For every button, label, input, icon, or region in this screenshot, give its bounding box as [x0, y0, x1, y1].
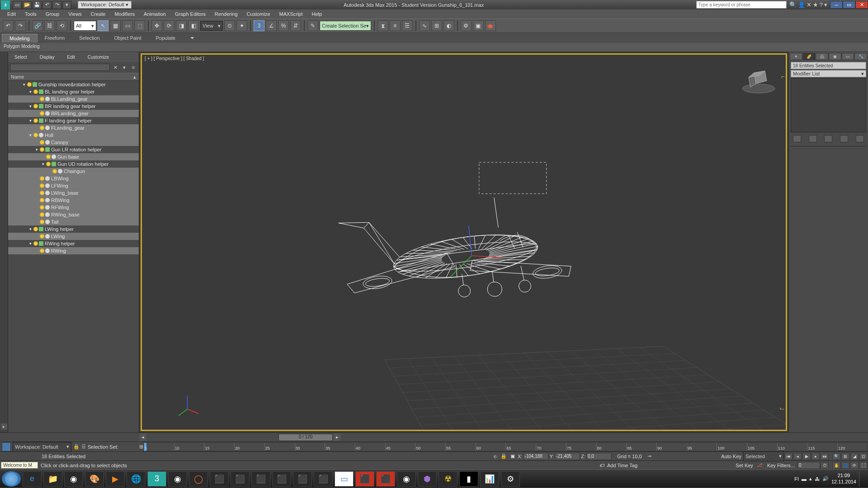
modify-tab-icon[interactable]: 🌈 [803, 53, 816, 60]
tree-row[interactable]: ▾BL landing gear helper [8, 88, 139, 95]
tree-row[interactable]: ▾Gunship move&rotation helper [8, 81, 139, 88]
expand-icon[interactable]: ▾ [28, 104, 33, 108]
menu-graph-editors[interactable]: Graph Editors [170, 10, 210, 18]
redo-button[interactable]: ↷ [15, 20, 26, 31]
isolate-icon[interactable]: ▣ [509, 453, 517, 459]
scene-search-input[interactable] [10, 64, 110, 71]
taskbar-app3-icon[interactable]: ⬛ [210, 471, 229, 487]
redo-icon[interactable]: ↷ [52, 1, 61, 9]
setkey-button[interactable]: Set Key [734, 463, 755, 468]
taskbar-app14-icon[interactable]: 📊 [480, 471, 499, 487]
select-object-button[interactable]: ↖ [98, 20, 108, 31]
open-icon[interactable]: 📂 [23, 1, 32, 9]
rotate-button[interactable]: ⟳ [164, 20, 175, 31]
navorbit-icon[interactable]: ⟳ [850, 462, 859, 469]
ribbon-subpanel[interactable]: Polygon Modeling [0, 43, 868, 52]
visibility-bulb-icon[interactable] [33, 227, 38, 231]
tree-row[interactable]: BLLanding_gear [8, 95, 139, 103]
search-clear-icon[interactable]: ✕ [112, 64, 119, 71]
tray-flag-icon[interactable]: ▬ [802, 476, 807, 482]
menu-tools[interactable]: Tools [20, 10, 41, 18]
ribbon-tab-object-paint[interactable]: Object Paint [107, 34, 149, 42]
tree-row[interactable]: BRLanding_gear [8, 110, 139, 117]
scene-tree[interactable]: ▾Gunship move&rotation helper▾BL landing… [8, 81, 139, 432]
configure-icon[interactable] [856, 135, 864, 142]
prev-frame-button[interactable]: ◂ [793, 453, 802, 460]
taskbar-cmd-icon[interactable]: ▮ [459, 471, 478, 487]
goto-end-button[interactable]: ⏭ [821, 453, 829, 460]
taskbar-app4-icon[interactable]: ⬛ [231, 471, 250, 487]
motion-tab-icon[interactable]: ◉ [829, 53, 841, 60]
menu-views[interactable]: Views [64, 10, 86, 18]
expand-icon[interactable]: ▾ [28, 118, 33, 123]
taskbar-app13-icon[interactable]: ☢ [439, 471, 458, 487]
tree-row[interactable]: LWing [8, 233, 139, 240]
visibility-bulb-icon[interactable] [40, 191, 44, 195]
material-editor-button[interactable]: ◐ [443, 20, 454, 31]
trackbar-keymode-icon[interactable]: ⊞ [139, 444, 143, 450]
taskbar-3dsmax-icon[interactable]: 3 [147, 471, 166, 487]
select-name-button[interactable]: ▦ [110, 20, 121, 31]
menu-maxscript[interactable]: MAXScript [275, 10, 307, 18]
visibility-bulb-icon[interactable] [40, 249, 44, 253]
tree-row[interactable]: RWing_base [8, 211, 139, 218]
coord-z-field[interactable] [586, 453, 612, 460]
perspective-viewport[interactable]: [ + ] [ Perspective ] [ Shaded ] ⌐ ⌙ [141, 53, 787, 431]
signin-icon[interactable]: 👤 [798, 1, 805, 8]
manipulate-button[interactable]: ✦ [236, 20, 247, 31]
visibility-bulb-icon[interactable] [33, 118, 38, 123]
navwalk-icon[interactable]: 👣 [841, 462, 849, 469]
selset-edit-icon[interactable]: ☰ [81, 444, 86, 450]
tree-row[interactable]: ▾RWing helper [8, 240, 139, 247]
coord-x-field[interactable] [523, 453, 548, 460]
taskbar-app9-icon[interactable]: ⬛ [355, 471, 374, 487]
taskbar-chrome-icon[interactable]: ◉ [64, 471, 83, 487]
setkey-key-icon[interactable]: ⎇ [755, 462, 764, 468]
visibility-bulb-icon[interactable] [46, 162, 51, 166]
tree-row[interactable]: LWing_base [8, 189, 139, 197]
tray-up-icon[interactable]: ▴ [809, 476, 812, 482]
workspace-combo[interactable]: Workspace: Default▾ [13, 442, 71, 452]
taskbar-paint-icon[interactable]: 🎨 [85, 471, 104, 487]
menu-help[interactable]: Help [307, 10, 327, 18]
expand-icon[interactable]: ▾ [22, 82, 26, 87]
taskbar-app15-icon[interactable]: ⚙ [501, 471, 520, 487]
visibility-bulb-icon[interactable] [40, 198, 44, 202]
system-tray[interactable]: FI ▬ ▴ 🖧 🔊 21:09 12.11.2014 [794, 471, 866, 487]
scene-column-header[interactable]: Name▴ [8, 73, 139, 81]
navzoomall-icon[interactable]: ⊞ [841, 453, 849, 460]
navzoomext-icon[interactable]: ⊡ [859, 453, 868, 460]
tree-row[interactable]: LFWing [8, 182, 139, 189]
visibility-bulb-icon[interactable] [40, 234, 44, 239]
time-slider-prev-icon[interactable]: ◂ [139, 434, 146, 441]
tree-row[interactable]: Gun base [8, 153, 139, 160]
rendered-frame-button[interactable]: ▣ [473, 20, 484, 31]
taskbar-media-icon[interactable]: ▶ [106, 471, 125, 487]
taskbar-ie-icon[interactable]: e [23, 471, 42, 487]
taskbar-app7-icon[interactable]: ⬛ [293, 471, 312, 487]
tree-row[interactable]: RBWing [8, 197, 139, 204]
taskbar-app11-icon[interactable]: ◉ [397, 471, 416, 487]
workspace-selector[interactable]: Workspace: Default ▾ [78, 1, 132, 9]
selection-lock-icon[interactable]: 🔒 [499, 453, 509, 459]
layers-button[interactable]: ☰ [402, 20, 413, 31]
ribbon-tab-modeling[interactable]: Modeling [2, 34, 38, 42]
visibility-bulb-icon[interactable] [40, 126, 44, 130]
render-setup-button[interactable]: ⚙ [461, 20, 472, 31]
visibility-bulb-icon[interactable] [33, 241, 38, 246]
time-slider-handle[interactable]: 0 / 120 [278, 434, 333, 441]
link-icon[interactable]: 🔗 [32, 20, 43, 31]
play-button[interactable]: ▶ [802, 453, 811, 460]
tree-row[interactable]: ▾Gun LR rotation helper [8, 146, 139, 153]
undo-button[interactable]: ↶ [3, 20, 14, 31]
scale-button[interactable]: ◨ [176, 20, 187, 31]
visibility-bulb-icon[interactable] [40, 212, 44, 217]
remove-mod-icon[interactable] [840, 135, 848, 142]
visibility-bulb-icon[interactable] [33, 133, 38, 137]
tree-row[interactable]: Canopy [8, 139, 139, 146]
tree-row[interactable]: Tail [8, 218, 139, 225]
move-button[interactable]: ✥ [151, 20, 162, 31]
taskbar-app10-icon[interactable]: ⬛ [376, 471, 395, 487]
minimize-button[interactable]: ─ [830, 1, 843, 9]
selset-lock-icon[interactable]: 🔒 [73, 444, 80, 450]
